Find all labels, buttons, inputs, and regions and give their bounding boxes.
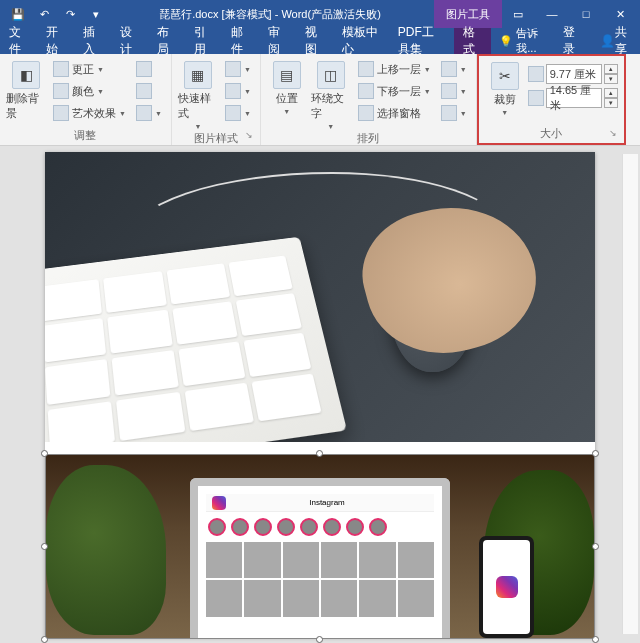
document-area[interactable]: ⟳ Instagram [0, 146, 640, 643]
lightbulb-icon: 💡 [499, 35, 513, 48]
tab-insert[interactable]: 插入 [74, 28, 111, 54]
reset-picture-button[interactable]: ▼ [133, 103, 165, 123]
maximize-button[interactable]: □ [570, 2, 602, 26]
send-backward-button[interactable]: 下移一层▼ [355, 81, 434, 101]
picture-layout-button[interactable]: ▼ [222, 103, 254, 123]
position-button[interactable]: ▤ 位置▼ [267, 57, 307, 115]
group-label-arrange: 排列 [267, 130, 470, 146]
resize-handle-br[interactable] [592, 636, 599, 643]
tab-design[interactable]: 设计 [111, 28, 148, 54]
color-button[interactable]: 颜色▼ [50, 81, 129, 101]
plant-left-graphic [46, 465, 166, 635]
wrap-text-button[interactable]: ◫ 环绕文字▼ [311, 57, 351, 130]
width-up[interactable]: ▲ [604, 88, 618, 98]
size-dialog-launcher[interactable]: ↘ [609, 128, 621, 140]
quick-access-toolbar: 💾 ↶ ↷ ▾ [0, 4, 106, 24]
tell-me-search[interactable]: 💡告诉我... [491, 28, 554, 54]
tab-mailings[interactable]: 邮件 [222, 28, 259, 54]
group-label-styles: 图片样式 [178, 130, 254, 146]
tab-view[interactable]: 视图 [296, 28, 333, 54]
corrections-button[interactable]: 更正▼ [50, 59, 129, 79]
save-button[interactable]: 💾 [8, 4, 28, 24]
tab-layout[interactable]: 布局 [148, 28, 185, 54]
vertical-ruler [622, 154, 638, 634]
keypad-graphic [45, 237, 347, 442]
selection-icon [358, 105, 374, 121]
align-icon [441, 61, 457, 77]
group-button[interactable]: ▼ [438, 81, 470, 101]
layout-icon [225, 105, 241, 121]
qat-customize[interactable]: ▾ [86, 4, 106, 24]
laptop-graphic: Instagram [190, 478, 450, 638]
picture-effects-button[interactable]: ▼ [222, 81, 254, 101]
crop-icon: ✂ [491, 62, 519, 90]
change-picture-button[interactable] [133, 81, 165, 101]
ribbon: ◧ 删除背景 更正▼ 颜色▼ 艺术效果▼ ▼ 调整 ▦ 快速样式▼ ▼ [0, 54, 640, 146]
instagram-app-icon [496, 576, 518, 598]
remove-bg-icon: ◧ [12, 61, 40, 89]
styles-dialog-launcher[interactable]: ↘ [245, 130, 257, 142]
height-input[interactable]: 9.77 厘米 [546, 64, 602, 84]
wrap-icon: ◫ [317, 61, 345, 89]
tab-format[interactable]: 格式 [454, 28, 491, 54]
group-label-adjust: 调整 [6, 127, 165, 143]
height-icon [528, 66, 544, 82]
corrections-icon [53, 61, 69, 77]
inserted-image-1[interactable]: ⟳ [45, 152, 595, 442]
artistic-effects-button[interactable]: 艺术效果▼ [50, 103, 129, 123]
height-up[interactable]: ▲ [604, 64, 618, 74]
effects-icon [225, 83, 241, 99]
selection-pane-button[interactable]: 选择窗格 [355, 103, 434, 123]
tab-home[interactable]: 开始 [37, 28, 74, 54]
reset-icon [136, 105, 152, 121]
group-arrange: ▤ 位置▼ ◫ 环绕文字▼ 上移一层▼ 下移一层▼ 选择窗格 ▼ ▼ ▼ 排列 [261, 54, 477, 145]
login-button[interactable]: 登录 [554, 28, 591, 54]
bring-forward-button[interactable]: 上移一层▼ [355, 59, 434, 79]
group-size: ✂ 裁剪▼ 9.77 厘米 ▲▼ 14.65 厘米 ▲▼ 大小 ↘ [477, 54, 626, 145]
tab-file[interactable]: 文件 [0, 28, 37, 54]
remove-background-button[interactable]: ◧ 删除背景 [6, 57, 46, 121]
resize-handle-ml[interactable] [41, 543, 48, 550]
group-adjust: ◧ 删除背景 更正▼ 颜色▼ 艺术效果▼ ▼ 调整 [0, 54, 172, 145]
picture-border-button[interactable]: ▼ [222, 59, 254, 79]
share-button[interactable]: 👤 共享 [591, 28, 640, 54]
resize-handle-tr[interactable] [592, 450, 599, 457]
phone-graphic [479, 536, 534, 638]
rotate-button[interactable]: ▼ [438, 103, 470, 123]
ribbon-options-button[interactable]: ▭ [502, 2, 534, 26]
width-input[interactable]: 14.65 厘米 [546, 88, 602, 108]
width-down[interactable]: ▼ [604, 98, 618, 108]
resize-handle-mr[interactable] [592, 543, 599, 550]
instagram-logo-icon [212, 496, 226, 510]
border-icon [225, 61, 241, 77]
inserted-image-2-selected[interactable]: Instagram ◫ [45, 454, 595, 639]
change-icon [136, 83, 152, 99]
position-icon: ▤ [273, 61, 301, 89]
minimize-button[interactable]: — [536, 2, 568, 26]
artistic-icon [53, 105, 69, 121]
color-icon [53, 83, 69, 99]
page: ⟳ Instagram [45, 152, 595, 637]
height-down[interactable]: ▼ [604, 74, 618, 84]
quick-styles-button[interactable]: ▦ 快速样式▼ [178, 57, 218, 130]
resize-handle-tm[interactable] [316, 450, 323, 457]
tab-references[interactable]: 引用 [185, 28, 222, 54]
undo-button[interactable]: ↶ [34, 4, 54, 24]
crop-button[interactable]: ✂ 裁剪▼ [485, 58, 525, 116]
group-icon [441, 83, 457, 99]
compress-pictures-button[interactable] [133, 59, 165, 79]
tab-pdftools[interactable]: PDF工具集 [389, 28, 454, 54]
send-backward-icon [358, 83, 374, 99]
tab-template[interactable]: 模板中心 [333, 28, 389, 54]
resize-handle-bm[interactable] [316, 636, 323, 643]
instagram-label: Instagram [309, 498, 345, 507]
group-label-size: 大小 [485, 125, 618, 141]
resize-handle-bl[interactable] [41, 636, 48, 643]
redo-button[interactable]: ↷ [60, 4, 80, 24]
resize-handle-tl[interactable] [41, 450, 48, 457]
tab-review[interactable]: 审阅 [259, 28, 296, 54]
rotate-icon [441, 105, 457, 121]
ribbon-tabs: 文件 开始 插入 设计 布局 引用 邮件 审阅 视图 模板中心 PDF工具集 格… [0, 28, 640, 54]
close-button[interactable]: ✕ [604, 2, 636, 26]
align-button[interactable]: ▼ [438, 59, 470, 79]
